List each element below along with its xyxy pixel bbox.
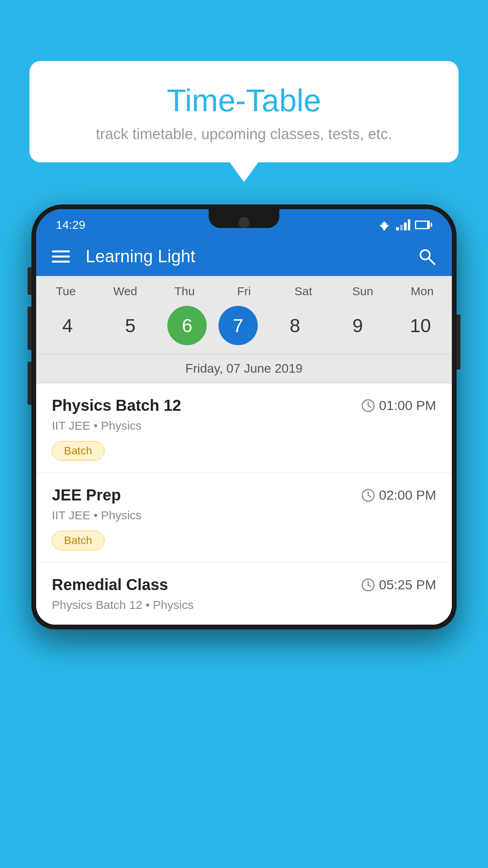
selected-date-label: Friday, 07 June 2019 [36, 354, 452, 383]
schedule-subtitle-1: IIT JEE • Physics [52, 419, 436, 432]
svg-line-21 [368, 585, 371, 587]
svg-rect-5 [400, 225, 403, 230]
batch-badge-2: Batch [52, 531, 105, 550]
schedule-time-text-1: 01:00 PM [379, 398, 436, 413]
schedule-title-2: JEE Prep [52, 486, 121, 504]
date-4[interactable]: 4 [42, 306, 93, 345]
calendar-day-labels: Tue Wed Thu Fri Sat Sun Mon [36, 276, 452, 303]
day-fri: Fri [218, 285, 270, 298]
svg-rect-6 [404, 223, 407, 230]
tooltip-card: Time-Table track timetable, upcoming cla… [29, 61, 459, 162]
svg-rect-4 [396, 227, 399, 230]
clock-icon-1 [361, 399, 375, 412]
signal-icon [396, 219, 410, 230]
schedule-title-1: Physics Batch 12 [52, 397, 181, 414]
schedule-title-3: Remedial Class [52, 576, 168, 594]
schedule-subtitle-3: Physics Batch 12 • Physics [52, 598, 436, 612]
schedule-time-text-2: 02:00 PM [379, 487, 436, 503]
clock-icon-3 [361, 578, 375, 592]
phone-screen: 14:29 [36, 209, 452, 625]
svg-rect-7 [408, 219, 410, 230]
schedule-item-physics-batch[interactable]: Physics Batch 12 01:00 PM IIT JEE • Phys… [36, 383, 452, 473]
svg-rect-9 [416, 222, 427, 228]
schedule-item-top-3: Remedial Class 05:25 PM [52, 576, 436, 594]
date-6-today[interactable]: 6 [167, 306, 207, 345]
schedule-item-remedial[interactable]: Remedial Class 05:25 PM Physics Batch 12… [36, 563, 452, 625]
batch-badge-1: Batch [52, 441, 105, 461]
day-mon: Mon [396, 285, 448, 298]
schedule-time-2: 02:00 PM [361, 487, 436, 503]
phone-camera [238, 217, 250, 228]
app-bar: Learning Light [36, 237, 452, 276]
schedule-item-top-1: Physics Batch 12 01:00 PM [52, 397, 436, 414]
schedule-time-3: 05:25 PM [361, 577, 436, 592]
wifi-icon [377, 219, 391, 230]
schedule-time-text-3: 05:25 PM [379, 577, 436, 592]
status-icons [377, 219, 432, 230]
calendar-dates: 4 5 6 7 8 9 10 [36, 303, 452, 354]
phone-notch [209, 209, 279, 228]
svg-rect-10 [431, 223, 432, 227]
svg-line-15 [368, 406, 371, 407]
tooltip-subtitle: track timetable, upcoming classes, tests… [53, 126, 435, 143]
schedule-subtitle-2: IIT JEE • Physics [52, 509, 436, 522]
phone-mockup: 14:29 [31, 204, 457, 868]
svg-point-11 [420, 250, 430, 259]
power-button [457, 314, 460, 370]
tooltip-title: Time-Table [53, 83, 435, 119]
app-title: Learning Light [86, 246, 417, 266]
day-wed: Wed [100, 285, 151, 298]
status-time: 14:29 [56, 218, 85, 232]
schedule-time-1: 01:00 PM [361, 398, 436, 413]
menu-icon[interactable] [52, 250, 70, 263]
bixby-button [28, 362, 31, 405]
schedule-item-top-2: JEE Prep 02:00 PM [52, 486, 436, 504]
schedule-item-jee-prep[interactable]: JEE Prep 02:00 PM IIT JEE • Physics Batc… [36, 473, 452, 563]
day-sat: Sat [278, 285, 329, 298]
clock-icon-2 [361, 489, 375, 502]
schedule-list: Physics Batch 12 01:00 PM IIT JEE • Phys… [36, 383, 452, 625]
date-9[interactable]: 9 [332, 306, 383, 345]
battery-icon [415, 219, 432, 230]
date-10[interactable]: 10 [395, 306, 446, 345]
date-8[interactable]: 8 [270, 306, 321, 345]
svg-line-12 [429, 259, 435, 264]
day-sun: Sun [337, 285, 388, 298]
day-thu: Thu [159, 285, 210, 298]
svg-line-18 [368, 495, 371, 497]
day-tue: Tue [40, 285, 92, 298]
date-7-selected[interactable]: 7 [218, 306, 258, 345]
search-icon[interactable] [417, 247, 436, 266]
volume-down-button [28, 307, 31, 350]
volume-up-button [28, 267, 31, 295]
phone-outer: 14:29 [31, 204, 457, 629]
date-5[interactable]: 5 [105, 306, 156, 345]
